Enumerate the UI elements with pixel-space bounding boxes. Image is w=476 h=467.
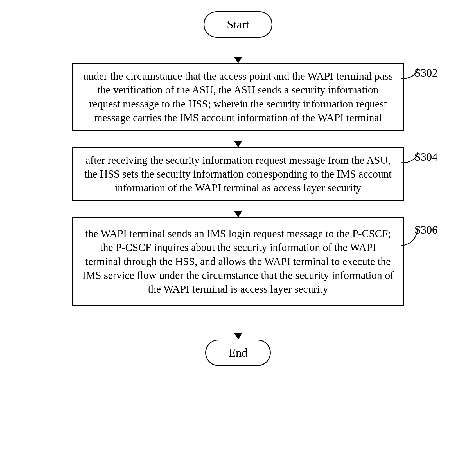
arrow-connector <box>234 306 242 340</box>
flowchart-container: Start under the circumstance that the ac… <box>41 11 435 366</box>
arrow-head-icon <box>234 141 242 147</box>
step-s302-text: under the circumstance that the access p… <box>83 70 393 124</box>
start-terminator: Start <box>204 11 272 38</box>
arrow-head-icon <box>234 211 242 217</box>
arrow-line <box>238 306 238 334</box>
arrow-line <box>238 38 238 57</box>
arrow-connector <box>234 38 242 63</box>
step-s306-wrap: the WAPI terminal sends an IMS login req… <box>41 217 435 306</box>
arrow-connector <box>234 131 242 147</box>
step-s302-box: under the circumstance that the access p… <box>72 63 404 131</box>
arrow-connector <box>234 201 242 217</box>
step-s304-label: S304 <box>414 150 437 163</box>
end-label: End <box>229 346 248 359</box>
arrow-head-icon <box>234 333 242 340</box>
start-label: Start <box>227 18 249 31</box>
arrow-line <box>238 131 238 142</box>
arrow-line <box>238 201 238 212</box>
step-s304-text: after receiving the security information… <box>84 154 392 194</box>
end-terminator: End <box>205 340 271 366</box>
step-s304-wrap: after receiving the security information… <box>41 147 435 201</box>
step-s304-box: after receiving the security information… <box>72 147 404 201</box>
step-s302-label: S302 <box>414 66 437 79</box>
step-s306-text: the WAPI terminal sends an IMS login req… <box>82 228 394 295</box>
arrow-head-icon <box>234 57 242 63</box>
step-s306-box: the WAPI terminal sends an IMS login req… <box>72 217 404 306</box>
step-s306-label: S306 <box>414 223 437 236</box>
step-s302-wrap: under the circumstance that the access p… <box>41 63 435 131</box>
